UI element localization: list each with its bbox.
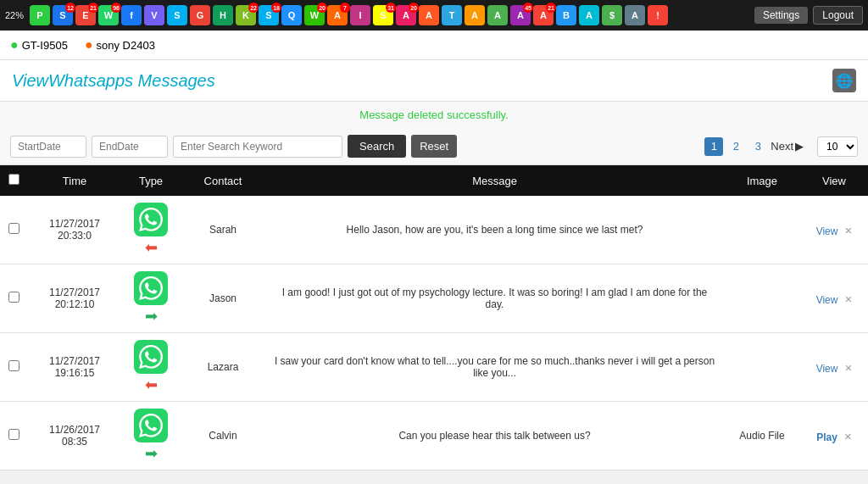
instagram-icon[interactable]: I [350, 5, 370, 25]
device-label-sony: sony D2403 [97, 39, 155, 52]
row-checkbox[interactable] [8, 429, 19, 440]
whatsapp-icon [134, 409, 168, 442]
row-contact: Calvin [181, 402, 265, 470]
col-contact: Contact [181, 165, 265, 196]
row-image [724, 264, 800, 333]
app4-icon[interactable]: A [465, 5, 485, 25]
dot-green: ● [10, 37, 19, 53]
row-checkbox[interactable] [8, 360, 19, 371]
qq-icon[interactable]: Q [281, 5, 302, 25]
row-checkbox[interactable] [8, 292, 19, 303]
gmail-icon[interactable]: G [190, 5, 210, 25]
snapchat-icon[interactable]: S31 [373, 5, 393, 25]
device-tab-sony[interactable]: ● sony D2403 [85, 37, 155, 53]
col-type: Type [121, 165, 181, 196]
pagination: 1 2 3 Next ▶ 10 25 50 [704, 136, 858, 157]
hangouts-icon[interactable]: H [213, 5, 233, 25]
table-row: 11/26/2017 08:35 ➡CalvinCan you please h… [0, 402, 868, 470]
phone-icon[interactable]: P [30, 5, 50, 25]
row-checkbox[interactable] [8, 223, 19, 234]
row-message: I am good! I just got out of my psycholo… [265, 264, 724, 333]
delete-button[interactable]: × [841, 429, 852, 443]
page-2-button[interactable]: 2 [726, 137, 745, 156]
col-time: Time [28, 165, 121, 196]
row-time: 11/27/2017 20:12:10 [28, 264, 121, 333]
select-all-checkbox[interactable] [8, 174, 19, 185]
kik-icon[interactable]: K22 [236, 5, 256, 25]
sms-icon[interactable]: S12 [53, 5, 73, 25]
table-row: 11/27/2017 19:16:15 ⬅LazaraI saw your ca… [0, 333, 868, 402]
notify-icon[interactable]: ! [648, 5, 668, 25]
topbar-right: Settings Logout [754, 6, 863, 25]
row-action: View × [800, 196, 868, 264]
play-link[interactable]: Play [816, 431, 837, 443]
dot-orange: ● [85, 37, 93, 53]
col-view: View [800, 165, 868, 196]
delete-button[interactable]: × [841, 223, 852, 237]
row-type: ⬅ [121, 196, 181, 264]
email-icon[interactable]: E21 [75, 5, 96, 25]
row-contact: Lazara [181, 333, 265, 402]
row-contact: Sarah [181, 196, 265, 264]
search-button[interactable]: Search [348, 135, 406, 158]
reset-button[interactable]: Reset [411, 135, 457, 158]
app8-icon[interactable]: A [579, 5, 599, 25]
page-title: ViewWhatsapps Messages [12, 71, 215, 91]
app5-icon[interactable]: A [487, 5, 508, 25]
settings-button[interactable]: Settings [754, 7, 808, 24]
page-3-button[interactable]: 3 [748, 137, 767, 156]
app6-icon[interactable]: A45 [510, 5, 531, 25]
view-link[interactable]: View [816, 363, 838, 375]
view-link[interactable]: View [816, 294, 838, 306]
app3-icon[interactable]: A [419, 5, 439, 25]
browser-icon[interactable]: B [556, 5, 576, 25]
col-message: Message [265, 165, 724, 196]
page-header: ViewWhatsapps Messages 🌐 [0, 60, 868, 102]
row-message: I saw your card don't know what to tell.… [265, 333, 724, 402]
table-body: 11/27/2017 20:33:0 ⬅SarahHello Jason, ho… [0, 196, 868, 470]
end-date-input[interactable] [92, 136, 168, 158]
dollar-icon[interactable]: $ [602, 5, 622, 25]
search-keyword-input[interactable] [173, 136, 342, 158]
table-row: 11/27/2017 20:12:10 ➡JasonI am good! I j… [0, 264, 868, 333]
row-message: Hello Jason, how are you, it's been a lo… [265, 196, 724, 264]
per-page-select[interactable]: 10 25 50 [817, 136, 858, 157]
delete-button[interactable]: × [841, 360, 852, 375]
topbar-icons: PS12E21W96fVSGHK22S18QW20A7IS31A20ATAAA4… [30, 5, 668, 25]
logout-button[interactable]: Logout [813, 6, 863, 25]
col-checkbox [0, 165, 28, 196]
row-action: Play × [800, 402, 868, 470]
messages-table: Time Type Contact Message Image View 11/… [0, 165, 868, 470]
app2-icon[interactable]: A20 [396, 5, 416, 25]
outgoing-arrow-icon: ➡ [130, 444, 172, 463]
next-arrow-icon: ▶ [795, 140, 804, 153]
view-link[interactable]: View [816, 225, 838, 237]
device-tabs: ● GT-I9505 ● sony D2403 [0, 31, 868, 60]
viber-icon[interactable]: V [144, 5, 164, 25]
facebook-icon[interactable]: f [121, 5, 142, 25]
device-label-gt: GT-I9505 [22, 39, 68, 52]
telegram-icon[interactable]: T [442, 5, 462, 25]
topbar: 22% PS12E21W96fVSGHK22S18QW20A7IS31A20AT… [0, 0, 868, 31]
row-message: Can you please hear this talk between us… [265, 402, 724, 470]
delete-button[interactable]: × [841, 292, 852, 306]
row-image: Audio File [724, 402, 800, 470]
whatsapp-icon[interactable]: W96 [98, 5, 119, 25]
next-page-button[interactable]: Next ▶ [771, 140, 804, 153]
start-date-input[interactable] [10, 136, 86, 158]
whatsapp-icon [134, 340, 168, 374]
row-time: 11/27/2017 20:33:0 [28, 196, 121, 264]
app7-icon[interactable]: A21 [533, 5, 554, 25]
incoming-arrow-icon: ⬅ [130, 376, 172, 394]
app1-icon[interactable]: A7 [327, 5, 348, 25]
device-tab-gt[interactable]: ● GT-I9505 [10, 37, 68, 53]
skype2-icon[interactable]: S18 [259, 5, 279, 25]
wechat-icon[interactable]: W20 [304, 5, 325, 25]
row-type: ⬅ [121, 333, 181, 402]
page-1-button[interactable]: 1 [704, 137, 723, 156]
row-image [724, 333, 800, 402]
whatsapp-icon [134, 271, 168, 305]
skype-icon[interactable]: S [167, 5, 187, 25]
app9-icon[interactable]: A [625, 5, 645, 25]
globe-icon[interactable]: 🌐 [832, 69, 856, 92]
